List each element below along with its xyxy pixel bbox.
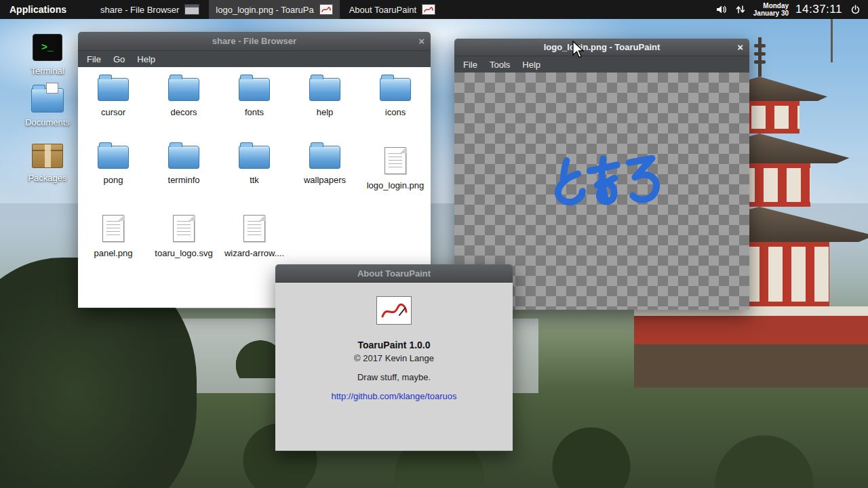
file-browser-title: share - File Browser (212, 36, 296, 46)
task-label: About ToaruPaint (349, 5, 417, 15)
file-item-decors[interactable]: decors (149, 73, 219, 140)
about-content: ToaruPaint 1.0.0 © 2017 Kevin Lange Draw… (275, 283, 513, 451)
file-item-label: decors (170, 107, 197, 117)
top-panel: Applications share - File Browser logo_l… (0, 0, 868, 19)
file-item-label: icons (385, 107, 406, 117)
file-item-label: toaru_logo.svg (155, 248, 212, 258)
panel-status-area: Monday January 30 14:37:11 (715, 0, 868, 19)
package-box-icon (32, 144, 63, 168)
paint-title: logo_login.png - ToaruPaint (544, 42, 660, 52)
applications-menu[interactable]: Applications (0, 0, 76, 19)
toarupaint-app-icon (376, 296, 412, 325)
panel-date-line: January 30 (753, 9, 789, 18)
file-item-pong[interactable]: pong (78, 140, 149, 208)
paint-menubar: File Tools Help (454, 56, 749, 73)
file-item-ttk[interactable]: ttk (219, 140, 290, 208)
task-label: logo_login.png - ToaruPa (216, 5, 313, 15)
about-copyright: © 2017 Kevin Lange (354, 353, 434, 363)
file-icon (243, 215, 265, 242)
menu-tools[interactable]: Tools (484, 56, 516, 73)
close-icon[interactable]: × (418, 32, 425, 50)
window-thumbnail-icon (184, 4, 199, 15)
folder-icon (239, 78, 270, 101)
desktop-icon-packages[interactable]: Packages (16, 144, 79, 183)
file-item-toaru-logo[interactable]: toaru_logo.svg (149, 208, 219, 276)
menu-help[interactable]: Help (131, 51, 161, 67)
desktop-icon-documents[interactable]: Documents (16, 88, 79, 127)
file-browser-menubar: File Go Help (78, 51, 431, 67)
file-item-cursor[interactable]: cursor (78, 73, 149, 140)
canvas-drawing-toaru (545, 152, 669, 227)
folder-icon (309, 146, 340, 169)
power-icon[interactable] (849, 3, 861, 16)
file-icon (102, 215, 124, 242)
file-item-label: panel.png (94, 248, 132, 258)
file-item-label: ttk (250, 175, 259, 185)
folder-icon (380, 78, 411, 101)
volume-icon[interactable] (715, 3, 728, 16)
folder-icon (98, 78, 129, 101)
panel-date: Monday January 30 (753, 2, 789, 18)
taskbar: share - File Browser logo_login.png - To… (94, 0, 442, 19)
paint-titlebar[interactable]: logo_login.png - ToaruPaint × (454, 39, 749, 56)
desktop-icon-label: Packages (28, 173, 66, 183)
file-item-label: logo_login.png (367, 180, 425, 190)
paper-decoration (46, 83, 58, 94)
window-about-toarupaint: About ToaruPaint ToaruPaint 1.0.0 © 2017… (275, 264, 513, 451)
file-item-label: cursor (101, 107, 125, 117)
paint-icon (319, 4, 333, 15)
file-item-help[interactable]: help (290, 73, 360, 140)
about-app-version: ToaruPaint 1.0.0 (357, 340, 430, 350)
taskbar-item-file-browser[interactable]: share - File Browser (94, 0, 206, 19)
file-item-label: wallpapers (304, 175, 346, 185)
desktop-icon-label: Documents (25, 117, 70, 127)
file-item-icons[interactable]: icons (360, 73, 431, 140)
file-item-label: help (317, 107, 334, 117)
about-link[interactable]: http://github.com/klange/toaruos (331, 391, 456, 401)
folder-icon (168, 146, 199, 169)
about-tagline: Draw stuff, maybe. (357, 372, 431, 382)
file-item-label: terminfo (168, 175, 200, 185)
file-item-label: wizard-arrow.... (224, 248, 284, 258)
menu-help[interactable]: Help (516, 56, 547, 73)
panel-clock: 14:37:11 (795, 3, 842, 16)
taskbar-item-toarupaint[interactable]: logo_login.png - ToaruPa (209, 0, 339, 19)
file-browser-titlebar[interactable]: share - File Browser × (78, 32, 431, 51)
paint-icon (422, 4, 435, 15)
file-item-wallpapers[interactable]: wallpapers (290, 140, 360, 208)
close-icon[interactable]: × (737, 39, 743, 56)
taskbar-item-about[interactable]: About ToaruPaint (342, 0, 443, 19)
file-item-label: pong (104, 175, 123, 185)
menu-go[interactable]: Go (107, 51, 131, 67)
menu-file[interactable]: File (81, 51, 107, 67)
file-icon (173, 215, 195, 242)
folder-icon (309, 78, 340, 101)
network-icon[interactable] (734, 3, 747, 16)
documents-folder-icon (31, 88, 64, 113)
folder-icon (168, 78, 199, 101)
desktop-icon-label: Terminal (31, 66, 64, 76)
folder-icon (98, 146, 129, 169)
file-item-panel-png[interactable]: panel.png (78, 208, 149, 276)
about-titlebar[interactable]: About ToaruPaint (275, 264, 513, 283)
file-icon (384, 147, 406, 174)
file-item-label: fonts (245, 107, 264, 117)
folder-icon (239, 146, 270, 169)
file-item-logo-login[interactable]: logo_login.png (360, 140, 431, 208)
terminal-icon: >_ (33, 34, 62, 61)
about-title: About ToaruPaint (357, 268, 431, 279)
desktop-icon-terminal[interactable]: >_ Terminal (16, 34, 79, 76)
file-item-terminfo[interactable]: terminfo (149, 140, 219, 208)
task-label: share - File Browser (100, 5, 179, 15)
menu-file[interactable]: File (457, 56, 484, 73)
file-item-fonts[interactable]: fonts (219, 73, 290, 140)
panel-day: Monday (753, 2, 789, 10)
